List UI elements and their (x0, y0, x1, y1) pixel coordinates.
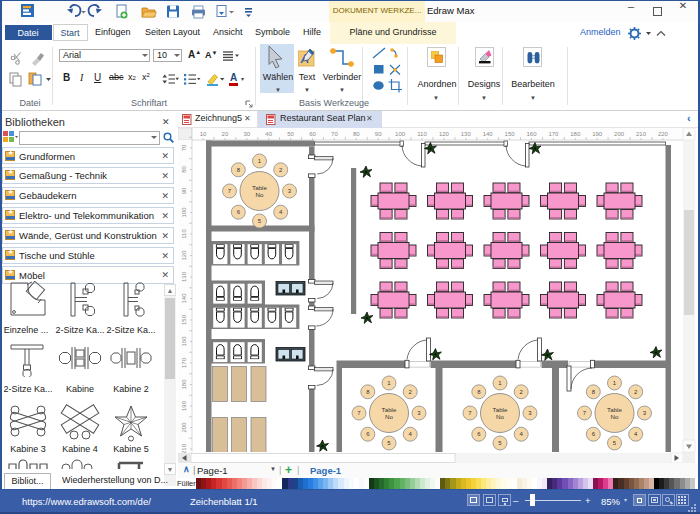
svg-text:120: 120 (181, 250, 187, 261)
svg-text:160: 160 (526, 131, 537, 137)
svg-text:70: 70 (331, 131, 338, 137)
svg-text:60: 60 (309, 131, 316, 137)
svg-text:140: 140 (483, 131, 494, 137)
svg-text:150: 150 (505, 131, 516, 137)
svg-text:80: 80 (353, 131, 360, 137)
svg-text:50: 50 (287, 131, 294, 137)
svg-text:100: 100 (181, 207, 187, 218)
svg-text:200: 200 (181, 422, 187, 433)
svg-text:20: 20 (222, 131, 229, 137)
svg-text:90: 90 (375, 131, 382, 137)
svg-text:90: 90 (181, 187, 187, 194)
svg-text:170: 170 (181, 357, 187, 368)
svg-text:190: 190 (592, 131, 603, 137)
svg-text:10: 10 (200, 131, 207, 137)
svg-text:130: 130 (461, 131, 472, 137)
svg-text:150: 150 (181, 314, 187, 325)
svg-text:210: 210 (636, 131, 647, 137)
svg-text:180: 180 (181, 379, 187, 390)
svg-text:30: 30 (243, 131, 250, 137)
svg-text:170: 170 (548, 131, 559, 137)
svg-text:40: 40 (265, 131, 272, 137)
svg-text:110: 110 (181, 229, 187, 239)
svg-text:80: 80 (181, 166, 187, 173)
svg-text:210: 210 (181, 443, 187, 454)
svg-text:160: 160 (181, 336, 187, 347)
svg-text:180: 180 (570, 131, 581, 137)
svg-text:100: 100 (395, 131, 406, 137)
svg-text:220: 220 (658, 131, 669, 137)
svg-text:110: 110 (417, 131, 427, 137)
svg-text:120: 120 (439, 131, 450, 137)
svg-text:130: 130 (181, 271, 187, 282)
svg-text:140: 140 (181, 293, 187, 304)
svg-text:190: 190 (181, 400, 187, 411)
svg-text:200: 200 (614, 131, 625, 137)
svg-text:70: 70 (181, 144, 187, 151)
